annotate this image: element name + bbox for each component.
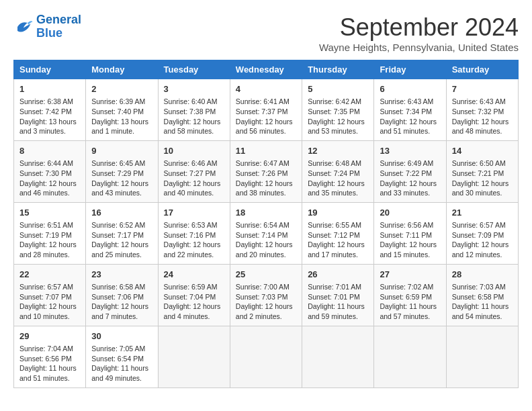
day-info: Daylight: 12 hours <box>164 117 224 127</box>
calendar-cell: 1Sunrise: 6:38 AMSunset: 7:42 PMDaylight… <box>14 79 86 141</box>
calendar-cell: 19Sunrise: 6:55 AMSunset: 7:12 PMDayligh… <box>302 202 374 264</box>
day-info: and 57 minutes. <box>380 312 440 322</box>
day-number: 6 <box>380 83 440 95</box>
day-info: and 54 minutes. <box>452 312 513 322</box>
day-info: Sunset: 7:30 PM <box>19 169 80 179</box>
day-info: Daylight: 12 hours <box>308 179 368 189</box>
calendar-cell: 12Sunrise: 6:48 AMSunset: 7:24 PMDayligh… <box>302 140 374 202</box>
day-info: Sunrise: 6:39 AM <box>91 97 152 107</box>
day-number: 29 <box>19 330 80 342</box>
day-info: and 17 minutes. <box>308 250 368 260</box>
day-info: Sunset: 7:34 PM <box>380 107 440 117</box>
day-number: 13 <box>380 145 440 157</box>
day-info: Daylight: 12 hours <box>236 302 296 312</box>
day-info: and 56 minutes. <box>236 126 296 136</box>
calendar-cell <box>446 326 518 387</box>
day-number: 19 <box>308 207 368 219</box>
day-info: Sunset: 7:06 PM <box>91 292 152 302</box>
table-row: 22Sunrise: 6:57 AMSunset: 7:07 PMDayligh… <box>14 264 519 326</box>
day-number: 24 <box>164 269 224 281</box>
calendar-cell: 8Sunrise: 6:44 AMSunset: 7:30 PMDaylight… <box>14 140 86 202</box>
calendar-cell: 24Sunrise: 6:59 AMSunset: 7:04 PMDayligh… <box>158 264 230 326</box>
day-info: Daylight: 12 hours <box>164 240 224 250</box>
day-number: 10 <box>164 145 224 157</box>
day-info: Sunrise: 6:41 AM <box>236 97 296 107</box>
day-number: 3 <box>164 83 224 95</box>
calendar-cell: 17Sunrise: 6:53 AMSunset: 7:16 PMDayligh… <box>158 202 230 264</box>
day-info: and 46 minutes. <box>19 188 80 198</box>
day-info: Sunrise: 6:44 AM <box>19 158 80 169</box>
day-info: Sunset: 7:19 PM <box>19 230 80 240</box>
day-info: Sunset: 7:37 PM <box>236 107 296 117</box>
day-info: Sunset: 7:26 PM <box>236 169 296 179</box>
page-header: General Blue September 2024 Wayne Height… <box>13 13 519 53</box>
day-info: Daylight: 12 hours <box>380 179 440 189</box>
day-number: 21 <box>452 207 513 219</box>
day-info: Sunset: 7:14 PM <box>236 230 296 240</box>
day-info: Daylight: 12 hours <box>19 302 80 312</box>
calendar-cell: 25Sunrise: 7:00 AMSunset: 7:03 PMDayligh… <box>230 264 302 326</box>
calendar-cell: 2Sunrise: 6:39 AMSunset: 7:40 PMDaylight… <box>86 79 158 141</box>
day-info: Sunset: 7:09 PM <box>452 230 513 240</box>
day-info: Sunrise: 6:50 AM <box>452 158 513 169</box>
calendar-cell: 4Sunrise: 6:41 AMSunset: 7:37 PMDaylight… <box>230 79 302 141</box>
day-number: 14 <box>452 145 513 157</box>
day-info: Sunrise: 7:00 AM <box>236 282 296 292</box>
day-info: Sunrise: 6:45 AM <box>91 158 152 169</box>
day-info: Daylight: 12 hours <box>308 117 368 127</box>
title-block: September 2024 Wayne Heights, Pennsylvan… <box>319 13 519 53</box>
day-info: and 25 minutes. <box>91 250 152 260</box>
day-info: Sunset: 7:27 PM <box>164 169 224 179</box>
day-info: and 38 minutes. <box>236 188 296 198</box>
calendar-cell: 9Sunrise: 6:45 AMSunset: 7:29 PMDaylight… <box>86 140 158 202</box>
logo-icon <box>13 17 34 37</box>
day-info: Daylight: 12 hours <box>236 117 296 127</box>
day-info: Sunset: 6:58 PM <box>452 292 513 302</box>
calendar-cell: 28Sunrise: 7:03 AMSunset: 6:58 PMDayligh… <box>446 264 518 326</box>
day-info: Sunrise: 6:55 AM <box>308 220 368 230</box>
day-info: Sunrise: 6:48 AM <box>308 158 368 169</box>
day-info: and 48 minutes. <box>452 126 513 136</box>
day-info: Daylight: 12 hours <box>19 240 80 250</box>
day-info: and 22 minutes. <box>164 250 224 260</box>
day-number: 28 <box>452 269 513 281</box>
calendar-cell <box>158 326 230 387</box>
day-info: Sunrise: 6:52 AM <box>91 220 152 230</box>
col-wednesday: Wednesday <box>230 60 302 79</box>
day-info: Sunset: 7:35 PM <box>308 107 368 117</box>
day-info: Sunrise: 6:51 AM <box>19 220 80 230</box>
calendar-cell: 26Sunrise: 7:01 AMSunset: 7:01 PMDayligh… <box>302 264 374 326</box>
day-number: 27 <box>380 269 440 281</box>
day-number: 7 <box>452 83 513 95</box>
day-number: 26 <box>308 269 368 281</box>
day-info: Sunrise: 6:53 AM <box>164 220 224 230</box>
calendar-cell: 20Sunrise: 6:56 AMSunset: 7:11 PMDayligh… <box>374 202 446 264</box>
calendar-cell: 16Sunrise: 6:52 AMSunset: 7:17 PMDayligh… <box>86 202 158 264</box>
calendar-cell <box>302 326 374 387</box>
day-info: Sunrise: 6:46 AM <box>164 158 224 169</box>
day-info: Daylight: 12 hours <box>19 179 80 189</box>
calendar-cell: 11Sunrise: 6:47 AMSunset: 7:26 PMDayligh… <box>230 140 302 202</box>
day-info: Sunset: 7:40 PM <box>91 107 152 117</box>
calendar-cell <box>230 326 302 387</box>
day-number: 11 <box>236 145 296 157</box>
calendar-cell: 30Sunrise: 7:05 AMSunset: 6:54 PMDayligh… <box>86 326 158 387</box>
day-info: Sunrise: 6:38 AM <box>19 97 80 107</box>
day-info: Sunrise: 7:03 AM <box>452 282 513 292</box>
calendar-cell: 21Sunrise: 6:57 AMSunset: 7:09 PMDayligh… <box>446 202 518 264</box>
calendar-cell: 10Sunrise: 6:46 AMSunset: 7:27 PMDayligh… <box>158 140 230 202</box>
day-info: Daylight: 12 hours <box>380 117 440 127</box>
day-info: Sunrise: 7:02 AM <box>380 282 440 292</box>
logo-text: General Blue <box>36 13 81 40</box>
day-number: 1 <box>19 83 80 95</box>
day-info: and 51 minutes. <box>19 373 80 383</box>
calendar-cell: 29Sunrise: 7:04 AMSunset: 6:56 PMDayligh… <box>14 326 86 387</box>
day-info: and 10 minutes. <box>19 312 80 322</box>
day-info: Sunrise: 6:49 AM <box>380 158 440 169</box>
day-info: and 49 minutes. <box>91 373 152 383</box>
day-info: Sunset: 7:29 PM <box>91 169 152 179</box>
day-info: Sunset: 7:32 PM <box>452 107 513 117</box>
day-info: Sunrise: 7:05 AM <box>91 344 152 354</box>
day-info: Daylight: 12 hours <box>380 240 440 250</box>
day-number: 15 <box>19 207 80 219</box>
